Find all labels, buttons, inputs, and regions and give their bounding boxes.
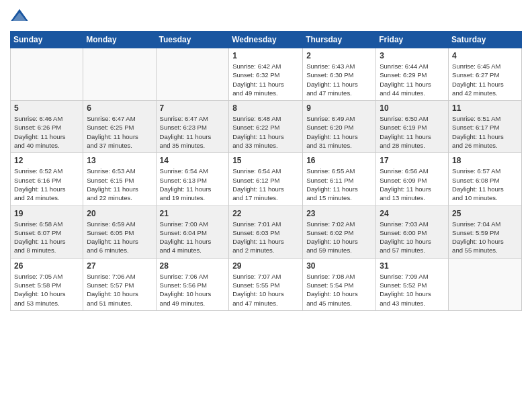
day-number: 13: [87, 156, 152, 165]
calendar-cell: 18Sunrise: 6:57 AM Sunset: 6:08 PM Dayli…: [449, 153, 522, 205]
calendar-cell: 25Sunrise: 7:04 AM Sunset: 5:59 PM Dayli…: [449, 205, 522, 258]
weekday-header-row: SundayMondayTuesdayWednesdayThursdayFrid…: [11, 32, 522, 48]
day-info: Sunrise: 6:42 AM Sunset: 6:32 PM Dayligh…: [232, 62, 299, 97]
day-number: 11: [452, 103, 518, 113]
calendar-cell: 9Sunrise: 6:49 AM Sunset: 6:20 PM Daylig…: [303, 101, 376, 153]
calendar-cell: 6Sunrise: 6:47 AM Sunset: 6:25 PM Daylig…: [83, 101, 156, 153]
calendar: SundayMondayTuesdayWednesdayThursdayFrid…: [10, 31, 522, 311]
page: SundayMondayTuesdayWednesdayThursdayFrid…: [0, 0, 532, 411]
calendar-cell: 5Sunrise: 6:46 AM Sunset: 6:26 PM Daylig…: [11, 101, 83, 153]
day-info: Sunrise: 6:53 AM Sunset: 6:15 PM Dayligh…: [87, 167, 152, 202]
week-row-1: 1Sunrise: 6:42 AM Sunset: 6:32 PM Daylig…: [11, 48, 522, 101]
week-row-5: 26Sunrise: 7:05 AM Sunset: 5:58 PM Dayli…: [11, 258, 522, 310]
calendar-cell: [11, 48, 83, 101]
weekday-header-friday: Friday: [376, 32, 449, 48]
day-number: 1: [232, 51, 299, 60]
day-info: Sunrise: 6:55 AM Sunset: 6:11 PM Dayligh…: [306, 167, 372, 202]
calendar-cell: 19Sunrise: 6:58 AM Sunset: 6:07 PM Dayli…: [11, 205, 83, 258]
day-info: Sunrise: 6:54 AM Sunset: 6:13 PM Dayligh…: [160, 167, 226, 202]
day-info: Sunrise: 7:05 AM Sunset: 5:58 PM Dayligh…: [14, 272, 79, 308]
header: [10, 7, 522, 26]
day-info: Sunrise: 6:47 AM Sunset: 6:23 PM Dayligh…: [160, 114, 226, 150]
day-info: Sunrise: 7:00 AM Sunset: 6:04 PM Dayligh…: [160, 220, 226, 255]
day-number: 5: [14, 103, 79, 113]
day-info: Sunrise: 6:49 AM Sunset: 6:20 PM Dayligh…: [306, 114, 372, 150]
day-number: 25: [452, 209, 518, 218]
day-info: Sunrise: 6:43 AM Sunset: 6:30 PM Dayligh…: [306, 62, 372, 97]
day-info: Sunrise: 6:46 AM Sunset: 6:26 PM Dayligh…: [14, 114, 79, 150]
weekday-header-wednesday: Wednesday: [229, 32, 303, 48]
calendar-cell: 13Sunrise: 6:53 AM Sunset: 6:15 PM Dayli…: [83, 153, 156, 205]
day-number: 2: [306, 51, 372, 60]
day-number: 19: [14, 209, 79, 218]
day-info: Sunrise: 7:02 AM Sunset: 6:02 PM Dayligh…: [306, 220, 372, 255]
day-number: 17: [380, 156, 445, 165]
calendar-cell: 17Sunrise: 6:56 AM Sunset: 6:09 PM Dayli…: [376, 153, 449, 205]
weekday-header-tuesday: Tuesday: [156, 32, 229, 48]
calendar-cell: 15Sunrise: 6:54 AM Sunset: 6:12 PM Dayli…: [229, 153, 303, 205]
calendar-cell: 11Sunrise: 6:51 AM Sunset: 6:17 PM Dayli…: [449, 101, 522, 153]
calendar-cell: 8Sunrise: 6:48 AM Sunset: 6:22 PM Daylig…: [229, 101, 303, 153]
day-number: 26: [14, 261, 79, 271]
day-info: Sunrise: 6:56 AM Sunset: 6:09 PM Dayligh…: [380, 167, 445, 202]
day-info: Sunrise: 7:06 AM Sunset: 5:57 PM Dayligh…: [87, 272, 152, 308]
day-number: 7: [160, 103, 226, 113]
calendar-cell: [156, 48, 229, 101]
day-number: 31: [380, 261, 445, 271]
day-info: Sunrise: 6:57 AM Sunset: 6:08 PM Dayligh…: [452, 167, 518, 202]
calendar-cell: 30Sunrise: 7:08 AM Sunset: 5:54 PM Dayli…: [303, 258, 376, 310]
day-number: 10: [380, 103, 445, 113]
weekday-header-monday: Monday: [83, 32, 156, 48]
logo-icon: [10, 7, 29, 26]
day-info: Sunrise: 6:45 AM Sunset: 6:27 PM Dayligh…: [452, 62, 518, 97]
day-info: Sunrise: 6:51 AM Sunset: 6:17 PM Dayligh…: [452, 114, 518, 150]
calendar-cell: 22Sunrise: 7:01 AM Sunset: 6:03 PM Dayli…: [229, 205, 303, 258]
day-number: 18: [452, 156, 518, 165]
calendar-cell: 31Sunrise: 7:09 AM Sunset: 5:52 PM Dayli…: [376, 258, 449, 310]
day-info: Sunrise: 7:04 AM Sunset: 5:59 PM Dayligh…: [452, 220, 518, 255]
calendar-cell: 1Sunrise: 6:42 AM Sunset: 6:32 PM Daylig…: [229, 48, 303, 101]
day-number: 27: [87, 261, 152, 271]
day-number: 29: [232, 261, 299, 271]
day-info: Sunrise: 7:06 AM Sunset: 5:56 PM Dayligh…: [160, 272, 226, 308]
day-number: 6: [87, 103, 152, 113]
calendar-cell: 7Sunrise: 6:47 AM Sunset: 6:23 PM Daylig…: [156, 101, 229, 153]
day-number: 23: [306, 209, 372, 218]
day-info: Sunrise: 7:03 AM Sunset: 6:00 PM Dayligh…: [380, 220, 445, 255]
day-number: 9: [306, 103, 372, 113]
day-info: Sunrise: 7:07 AM Sunset: 5:55 PM Dayligh…: [232, 272, 299, 308]
calendar-cell: 29Sunrise: 7:07 AM Sunset: 5:55 PM Dayli…: [229, 258, 303, 310]
weekday-header-sunday: Sunday: [11, 32, 83, 48]
day-number: 16: [306, 156, 372, 165]
calendar-cell: 4Sunrise: 6:45 AM Sunset: 6:27 PM Daylig…: [449, 48, 522, 101]
day-info: Sunrise: 6:58 AM Sunset: 6:07 PM Dayligh…: [14, 220, 79, 255]
calendar-cell: 20Sunrise: 6:59 AM Sunset: 6:05 PM Dayli…: [83, 205, 156, 258]
day-number: 21: [160, 209, 226, 218]
calendar-cell: 26Sunrise: 7:05 AM Sunset: 5:58 PM Dayli…: [11, 258, 83, 310]
week-row-3: 12Sunrise: 6:52 AM Sunset: 6:16 PM Dayli…: [11, 153, 522, 205]
day-info: Sunrise: 7:08 AM Sunset: 5:54 PM Dayligh…: [306, 272, 372, 308]
calendar-cell: [83, 48, 156, 101]
day-info: Sunrise: 6:59 AM Sunset: 6:05 PM Dayligh…: [87, 220, 152, 255]
day-number: 15: [232, 156, 299, 165]
weekday-header-saturday: Saturday: [449, 32, 522, 48]
day-info: Sunrise: 6:44 AM Sunset: 6:29 PM Dayligh…: [380, 62, 445, 97]
calendar-cell: 28Sunrise: 7:06 AM Sunset: 5:56 PM Dayli…: [156, 258, 229, 310]
calendar-cell: [449, 258, 522, 310]
calendar-cell: 16Sunrise: 6:55 AM Sunset: 6:11 PM Dayli…: [303, 153, 376, 205]
day-number: 4: [452, 51, 518, 60]
day-info: Sunrise: 7:01 AM Sunset: 6:03 PM Dayligh…: [232, 220, 299, 255]
week-row-4: 19Sunrise: 6:58 AM Sunset: 6:07 PM Dayli…: [11, 205, 522, 258]
day-number: 24: [380, 209, 445, 218]
day-number: 30: [306, 261, 372, 271]
calendar-cell: 12Sunrise: 6:52 AM Sunset: 6:16 PM Dayli…: [11, 153, 83, 205]
day-info: Sunrise: 7:09 AM Sunset: 5:52 PM Dayligh…: [380, 272, 445, 308]
day-number: 8: [232, 103, 299, 113]
calendar-cell: 3Sunrise: 6:44 AM Sunset: 6:29 PM Daylig…: [376, 48, 449, 101]
calendar-cell: 23Sunrise: 7:02 AM Sunset: 6:02 PM Dayli…: [303, 205, 376, 258]
calendar-cell: 27Sunrise: 7:06 AM Sunset: 5:57 PM Dayli…: [83, 258, 156, 310]
calendar-cell: 2Sunrise: 6:43 AM Sunset: 6:30 PM Daylig…: [303, 48, 376, 101]
day-info: Sunrise: 6:54 AM Sunset: 6:12 PM Dayligh…: [232, 167, 299, 202]
calendar-cell: 24Sunrise: 7:03 AM Sunset: 6:00 PM Dayli…: [376, 205, 449, 258]
logo: [10, 7, 31, 26]
